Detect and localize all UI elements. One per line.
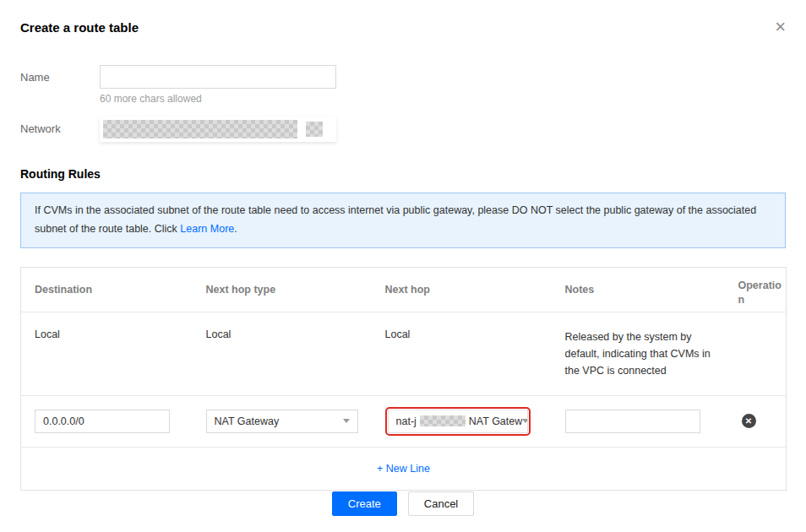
network-select[interactable]	[100, 117, 336, 142]
name-row: Name	[20, 65, 786, 89]
chevron-down-icon	[343, 419, 350, 423]
next-hop-select[interactable]: nat-j NAT Gatew	[388, 410, 528, 433]
redacted-next-hop-id	[420, 415, 466, 426]
create-button[interactable]: Create	[332, 491, 397, 516]
route-table-form: Name 60 more chars allowed Network	[20, 65, 786, 142]
network-label: Network	[20, 117, 100, 135]
new-line-row: + New Line	[21, 447, 787, 490]
new-line-link[interactable]: + New Line	[377, 463, 430, 475]
header-next-hop-type: Next hop type	[193, 267, 372, 312]
local-operation-cell	[725, 312, 787, 395]
table-header-row: Destination Next hop type Next hop Notes…	[21, 267, 787, 312]
create-route-table-dialog: Create a route table × Name 60 more char…	[0, 0, 806, 532]
next-hop-type-select[interactable]: NAT Gateway	[206, 410, 358, 433]
name-label: Name	[20, 65, 100, 84]
header-destination: Destination	[21, 267, 193, 312]
header-next-hop: Next hop	[372, 267, 552, 312]
destination-input[interactable]	[35, 410, 170, 433]
local-next-hop-type: Local	[193, 312, 372, 395]
redacted-network-value	[103, 120, 297, 138]
notes-input[interactable]	[565, 410, 700, 433]
dialog-header: Create a route table ×	[20, 20, 786, 35]
annotation-highlight-box: nat-j NAT Gatew	[385, 407, 531, 436]
name-input[interactable]	[100, 65, 336, 89]
delete-row-icon[interactable]: ✕	[742, 414, 756, 428]
network-row: Network	[20, 117, 786, 142]
close-icon[interactable]: ×	[775, 20, 786, 34]
info-banner: If CVMs in the associated subnet of the …	[20, 193, 786, 248]
header-operation: Operation	[725, 267, 787, 312]
banner-suffix: .	[234, 223, 237, 235]
next-hop-value-prefix: nat-j	[396, 415, 417, 427]
name-helper-text: 60 more chars allowed	[100, 93, 786, 105]
next-hop-value-suffix: NAT Gatew	[469, 415, 522, 427]
table-row: Local Local Local Released by the system…	[21, 312, 787, 395]
table-row: NAT Gateway nat-j NAT Gatew	[21, 395, 787, 447]
banner-text: If CVMs in the associated subnet of the …	[35, 204, 756, 235]
local-next-hop: Local	[372, 312, 552, 395]
routing-rules-table: Destination Next hop type Next hop Notes…	[20, 267, 787, 491]
redacted-network-arrow	[306, 122, 323, 137]
next-hop-type-value: NAT Gateway	[215, 415, 280, 427]
learn-more-link[interactable]: Learn More	[180, 223, 234, 235]
routing-rules-heading: Routing Rules	[20, 167, 786, 181]
cancel-button[interactable]: Cancel	[408, 491, 474, 516]
local-notes: Released by the system by default, indic…	[565, 328, 716, 379]
page-title: Create a route table	[20, 20, 139, 35]
chevron-down-icon	[522, 419, 527, 423]
header-notes: Notes	[552, 267, 725, 312]
dialog-footer: Create Cancel	[0, 491, 806, 516]
local-destination: Local	[21, 312, 193, 395]
